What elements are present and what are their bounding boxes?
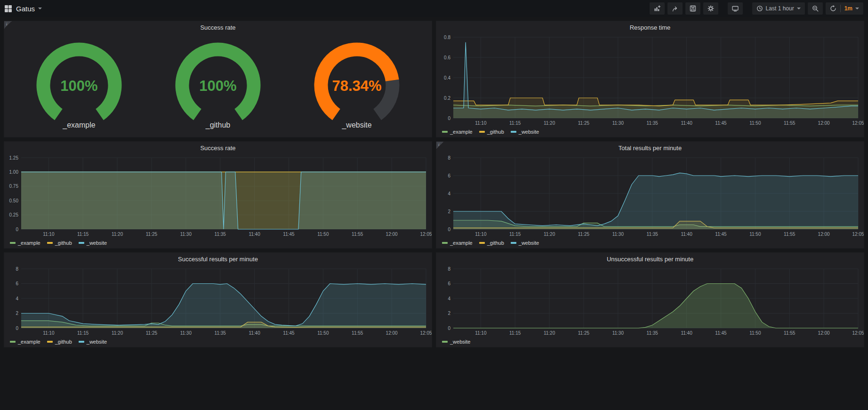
series-line-_website	[453, 284, 858, 329]
legend-label: _example	[18, 240, 40, 246]
legend: _website	[436, 337, 864, 347]
y-tick-label: 0.50	[9, 198, 19, 203]
panel-header[interactable]: Total results per minute	[436, 142, 864, 154]
x-tick-label: 11:45	[283, 232, 295, 237]
legend-item-_example[interactable]: _example	[10, 339, 40, 345]
y-tick-label: 8	[16, 266, 18, 272]
x-tick-label: 11:45	[715, 232, 727, 237]
panel-info-icon[interactable]: i	[4, 21, 12, 29]
dashboard-title-button[interactable]: Gatus	[16, 5, 42, 13]
time-range-picker[interactable]: Last 1 hour	[752, 2, 805, 15]
legend-item-_website[interactable]: _website	[442, 339, 470, 345]
add-panel-button[interactable]	[650, 2, 665, 15]
x-tick-label: 11:55	[784, 232, 796, 237]
chart-success-rate[interactable]: 00.250.500.751.001.2511:1011:1511:2011:2…	[4, 154, 432, 238]
x-tick-label: 12:05	[852, 232, 864, 237]
panel-info-icon[interactable]: i	[436, 142, 444, 149]
panel-header[interactable]: Success rate	[4, 21, 432, 33]
panel-response-time: Response time 00.20.40.60.811:1011:1511:…	[436, 21, 864, 137]
x-tick-label: 11:20	[544, 330, 555, 336]
legend-item-_github[interactable]: _github	[47, 240, 72, 246]
zoom-out-button[interactable]	[808, 2, 823, 15]
x-tick-label: 11:20	[544, 232, 555, 237]
legend-marker	[10, 341, 16, 343]
x-tick-label: 11:25	[578, 330, 590, 336]
save-button[interactable]	[685, 2, 700, 15]
legend-label: _example	[450, 240, 473, 246]
legend-label: _website	[519, 240, 539, 246]
legend-marker	[47, 341, 53, 343]
chart-response-time[interactable]: 00.20.40.60.811:1011:1511:2011:2511:3011…	[436, 33, 864, 127]
y-tick-label: 1.00	[9, 169, 19, 175]
x-tick-label: 11:15	[509, 232, 521, 237]
chart-unsuccessful-results[interactable]: 0246811:1011:1511:2011:2511:3011:3511:40…	[436, 265, 864, 337]
legend-item-_github[interactable]: _github	[47, 339, 72, 345]
chart-successful-results[interactable]: 0246811:1011:1511:2011:2511:3011:3511:40…	[4, 265, 432, 337]
legend-item-_github[interactable]: _github	[479, 129, 504, 135]
legend-label: _website	[87, 240, 107, 246]
panel-title: Unsuccessful results per minute	[607, 256, 693, 263]
x-tick-label: 12:00	[818, 232, 830, 237]
refresh-button[interactable]: 1m	[826, 2, 863, 15]
legend-marker	[479, 242, 485, 244]
gauge-svg: 78.34%	[293, 41, 421, 125]
x-tick-label: 11:55	[352, 330, 363, 336]
tv-mode-button[interactable]	[728, 2, 743, 15]
x-tick-label: 12:00	[818, 121, 830, 126]
x-tick-label: 11:35	[215, 330, 226, 336]
legend: _example_github_website	[436, 127, 864, 137]
x-tick-label: 12:00	[818, 330, 830, 336]
legend-marker	[479, 131, 485, 133]
chart-total-results[interactable]: 0246811:1011:1511:2011:2511:3011:3511:40…	[436, 154, 864, 238]
panel-header[interactable]: Response time	[436, 21, 864, 33]
x-tick-label: 11:40	[681, 121, 692, 126]
legend-marker	[511, 131, 516, 133]
legend-item-_example[interactable]: _example	[10, 240, 40, 246]
legend-item-_website[interactable]: _website	[511, 129, 539, 135]
legend-label: _example	[450, 129, 473, 135]
legend-marker	[10, 242, 16, 244]
grafana-dashboard: Gatus	[0, 0, 868, 410]
x-tick-label: 11:15	[509, 121, 521, 126]
clock-icon	[756, 5, 763, 12]
gauge-group: 100%_example100%_github78.34%_website	[4, 33, 432, 137]
panel-title: Success rate	[200, 24, 235, 31]
x-tick-label: 11:15	[77, 330, 89, 336]
panel-success-rate-timeseries: Success rate 00.250.500.751.001.2511:101…	[4, 141, 432, 249]
legend-label: _github	[487, 129, 504, 135]
panel-header[interactable]: Success rate	[4, 142, 432, 154]
apps-grid-icon[interactable]	[5, 5, 12, 12]
legend-marker	[511, 242, 516, 244]
legend-item-_example[interactable]: _example	[442, 129, 473, 135]
caret-down-icon	[855, 8, 859, 9]
chart-svg: 0246811:1011:1511:2011:2511:3011:3511:40…	[436, 265, 864, 337]
legend-item-_github[interactable]: _github	[479, 240, 504, 246]
y-tick-label: 0	[16, 227, 18, 232]
legend-item-_website[interactable]: _website	[511, 240, 539, 246]
refresh-interval-label[interactable]: 1m	[844, 5, 852, 12]
y-tick-label: 6	[448, 173, 450, 178]
share-button[interactable]	[667, 2, 683, 15]
panel-header[interactable]: Successful results per minute	[4, 253, 432, 265]
y-tick-label: 8	[448, 266, 450, 272]
y-tick-label: 4	[16, 296, 18, 301]
legend-item-_example[interactable]: _example	[442, 240, 473, 246]
legend-label: _example	[18, 339, 40, 345]
share-icon	[672, 5, 678, 12]
caret-down-icon	[797, 8, 801, 9]
legend-item-_website[interactable]: _website	[79, 339, 107, 345]
y-tick-label: 0.2	[444, 96, 450, 101]
x-tick-label: 11:10	[43, 330, 55, 336]
x-tick-label: 11:35	[647, 232, 659, 237]
settings-button[interactable]	[703, 2, 718, 15]
y-tick-label: 0.8	[444, 35, 450, 40]
y-tick-label: 8	[448, 155, 450, 161]
gauge-label: _github	[206, 121, 231, 129]
legend-item-_website[interactable]: _website	[79, 240, 107, 246]
legend-marker	[79, 341, 84, 343]
x-tick-label: 11:15	[509, 330, 521, 336]
x-tick-label: 11:10	[475, 330, 487, 336]
panel-header[interactable]: Unsuccessful results per minute	[436, 253, 864, 265]
legend-label: _website	[450, 339, 470, 345]
y-tick-label: 1.25	[9, 155, 19, 161]
